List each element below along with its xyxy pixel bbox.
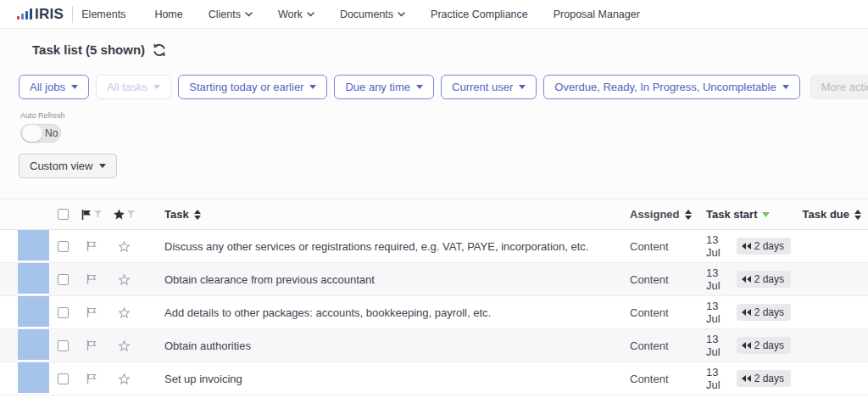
- overdue-badge: 2 days: [737, 271, 791, 288]
- row-checkbox[interactable]: [58, 340, 69, 351]
- assigned-column-header[interactable]: Assigned: [630, 208, 692, 221]
- task-column-header[interactable]: Task: [164, 208, 201, 221]
- brand-product-name: Elements: [81, 8, 125, 20]
- filter-label: Current user: [452, 81, 513, 93]
- star-icon[interactable]: [119, 373, 130, 384]
- task-name[interactable]: Set up invoicing: [141, 373, 626, 385]
- nav-item-label: Practice Compliance: [431, 8, 528, 20]
- row-checkbox[interactable]: [58, 241, 69, 252]
- row-checkbox[interactable]: [58, 274, 69, 285]
- rewind-icon: [742, 375, 751, 382]
- top-navbar: IRIS Elements Home Clients Work Document…: [0, 0, 868, 29]
- chevron-down-icon: [245, 12, 253, 17]
- flag-icon[interactable]: [86, 373, 97, 384]
- star-filter-funnel-icon[interactable]: [127, 210, 135, 218]
- assigned-value: Content: [626, 273, 706, 286]
- flag-icon[interactable]: [86, 306, 97, 318]
- task-table: Task Assigned Task start Task due: [0, 199, 868, 395]
- nav-item-label: Clients: [209, 8, 241, 20]
- brand-divider: [72, 6, 73, 23]
- nav-item-home[interactable]: Home: [154, 8, 182, 20]
- task-start-date: 13 Jul: [706, 333, 732, 358]
- table-header-row: Task Assigned Task start Task due: [0, 199, 868, 230]
- star-column-icon[interactable]: [114, 209, 125, 220]
- toggle-value: No: [45, 127, 58, 139]
- row-checkbox[interactable]: [58, 307, 69, 318]
- custom-view-label: Custom view: [30, 160, 92, 172]
- table-row: Obtain clearance from previous accountan…: [0, 263, 868, 296]
- overdue-badge: 2 days: [737, 304, 791, 321]
- nav-item-work[interactable]: Work: [278, 8, 314, 20]
- task-name[interactable]: Add details to other packages: accounts,…: [141, 306, 626, 319]
- start-date-filter-button[interactable]: Starting today or earlier: [178, 75, 327, 99]
- star-icon[interactable]: [119, 340, 130, 351]
- caret-down-icon: [519, 85, 526, 89]
- task-name[interactable]: Obtain clearance from previous accountan…: [141, 273, 626, 286]
- nav-item-proposal-manager[interactable]: Proposal Manager: [554, 8, 640, 20]
- badge-label: 2 days: [754, 306, 784, 318]
- row-status-indicator: [18, 296, 49, 328]
- nav-item-clients[interactable]: Clients: [209, 8, 253, 20]
- flag-icon[interactable]: [86, 339, 97, 351]
- star-icon[interactable]: [119, 241, 130, 252]
- page-header: Task list (5 shown): [0, 29, 868, 57]
- nav-item-documents[interactable]: Documents: [340, 8, 405, 20]
- auto-refresh-toggle[interactable]: No: [20, 124, 61, 143]
- jobs-filter-button[interactable]: All jobs: [19, 75, 89, 99]
- overdue-badge: 2 days: [737, 238, 791, 255]
- flag-filter-funnel-icon[interactable]: [94, 210, 102, 218]
- filter-label: All tasks: [107, 81, 147, 93]
- due-date-filter-button[interactable]: Due any time: [334, 75, 434, 99]
- caret-down-icon: [71, 85, 78, 89]
- table-row: Add details to other packages: accounts,…: [0, 296, 868, 329]
- rewind-icon: [742, 276, 751, 283]
- rewind-icon: [742, 342, 751, 349]
- nav-item-label: Proposal Manager: [554, 8, 640, 20]
- filter-toolbar: All jobs All tasks Starting today or ear…: [0, 57, 868, 99]
- badge-label: 2 days: [754, 273, 784, 285]
- task-start-column-header[interactable]: Task start: [706, 208, 770, 221]
- caret-down-icon: [416, 85, 423, 89]
- flag-icon[interactable]: [86, 273, 97, 285]
- user-filter-button[interactable]: Current user: [441, 75, 537, 99]
- filter-label: Starting today or earlier: [189, 81, 303, 93]
- flag-icon[interactable]: [86, 240, 97, 252]
- badge-label: 2 days: [754, 240, 784, 252]
- nav-item-label: Home: [154, 8, 182, 20]
- filter-label: More actions: [821, 81, 868, 93]
- filter-label: Due any time: [345, 81, 410, 93]
- task-name[interactable]: Discuss any other services or registrati…: [141, 240, 626, 253]
- row-checkbox[interactable]: [58, 373, 69, 384]
- select-all-checkbox[interactable]: [58, 209, 69, 220]
- status-filter-button[interactable]: Overdue, Ready, In Progress, Uncompletab…: [543, 75, 799, 99]
- filter-label: All jobs: [30, 81, 65, 93]
- sort-icon: [685, 210, 692, 220]
- caret-down-icon: [153, 85, 160, 89]
- row-status-indicator: [18, 362, 49, 395]
- column-header-label: Task: [164, 208, 189, 221]
- star-icon[interactable]: [119, 307, 130, 318]
- rewind-icon: [742, 309, 751, 316]
- auto-refresh-label: Auto Refresh: [20, 111, 868, 120]
- nav-item-label: Work: [278, 8, 303, 20]
- flag-column-icon[interactable]: [81, 209, 92, 221]
- custom-view-button[interactable]: Custom view: [19, 154, 117, 178]
- brand-name: IRIS: [35, 6, 64, 23]
- badge-label: 2 days: [754, 373, 784, 384]
- table-row: Set up invoicing Content 13 Jul 2 days: [0, 362, 868, 395]
- iris-logo[interactable]: IRIS Elements: [17, 6, 125, 23]
- rewind-icon: [742, 243, 751, 250]
- star-icon[interactable]: [119, 274, 130, 285]
- tasks-filter-button: All tasks: [96, 75, 171, 99]
- table-body: Discuss any other services or registrati…: [0, 230, 868, 395]
- assigned-value: Content: [626, 306, 706, 319]
- task-name[interactable]: Obtain authorities: [141, 339, 626, 352]
- nav-item-practice-compliance[interactable]: Practice Compliance: [431, 8, 528, 20]
- task-start-date: 13 Jul: [706, 266, 732, 292]
- sort-descending-icon: [762, 212, 770, 217]
- task-due-column-header[interactable]: Task due: [803, 208, 861, 221]
- task-start-date: 13 Jul: [706, 233, 732, 259]
- overdue-badge: 2 days: [737, 337, 791, 354]
- refresh-icon[interactable]: [153, 43, 166, 57]
- row-status-indicator: [18, 263, 49, 295]
